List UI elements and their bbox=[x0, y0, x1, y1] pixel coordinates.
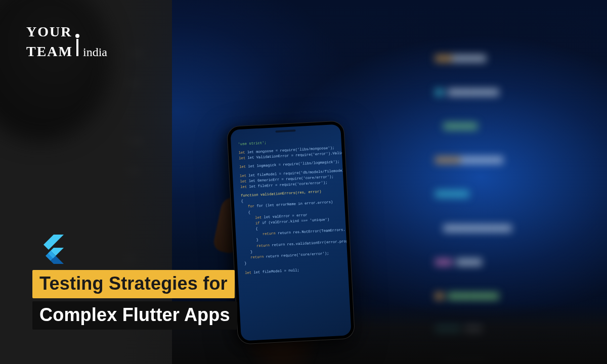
title-line-2: Complex Flutter Apps bbox=[32, 301, 237, 330]
brand-logo: Your Team india bbox=[26, 25, 107, 59]
title-block: Testing Strategies for Complex Flutter A… bbox=[32, 270, 237, 333]
bg-code-right-monitor: ████████████ ██ ████████████ ████████ ██… bbox=[435, 30, 607, 273]
code-line: 'use strict'; bbox=[238, 141, 267, 146]
logo-script-india: india bbox=[83, 46, 107, 59]
smartphone: 'use strict'; let let mongoose = require… bbox=[227, 121, 355, 344]
logo-line-2: Team bbox=[26, 45, 73, 59]
logo-i-glyph bbox=[76, 39, 78, 56]
logo-line-1: Your bbox=[26, 25, 107, 39]
title-line-1: Testing Strategies for bbox=[32, 270, 235, 298]
phone-screen-code: 'use strict'; let let mongoose = require… bbox=[230, 124, 352, 341]
flutter-icon bbox=[39, 235, 64, 264]
